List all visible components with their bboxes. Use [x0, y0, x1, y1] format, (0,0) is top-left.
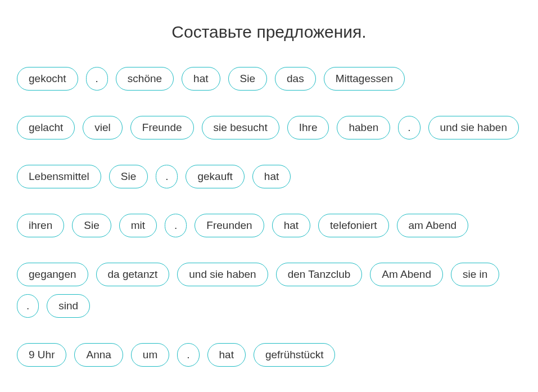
word-chip[interactable]: .	[156, 165, 178, 188]
word-chip[interactable]: .	[398, 116, 420, 139]
word-chip[interactable]: hat	[252, 165, 291, 188]
word-chip[interactable]: .	[177, 343, 199, 367]
word-chip[interactable]: .	[86, 67, 108, 91]
sentence-group: LebensmittelSie.gekaufthat	[17, 165, 521, 188]
groups-container: gekocht.schönehatSiedasMittagessengelach…	[17, 67, 521, 367]
word-chip[interactable]: telefoniert	[318, 214, 388, 237]
word-chip[interactable]: gegangen	[17, 263, 88, 286]
word-chip[interactable]: Sie	[72, 214, 111, 237]
word-chip[interactable]: gekocht	[17, 67, 78, 91]
word-chip[interactable]: Lebensmittel	[17, 165, 101, 188]
word-chip[interactable]: um	[131, 343, 169, 367]
word-chip[interactable]: Freunde	[130, 116, 194, 139]
word-chip[interactable]: am Abend	[397, 214, 469, 237]
word-chip[interactable]: Sie	[109, 165, 148, 188]
word-chip[interactable]: Ihre	[287, 116, 329, 139]
word-chip[interactable]: Am Abend	[370, 263, 443, 286]
word-chip[interactable]: gekauft	[186, 165, 244, 188]
word-chip[interactable]: Anna	[74, 343, 123, 367]
word-chip[interactable]: Sie	[228, 67, 267, 91]
word-chip[interactable]: haben	[337, 116, 390, 139]
sentence-group: ihrenSiemit.Freundenhattelefoniertam Abe…	[17, 214, 521, 237]
word-chip[interactable]: 9 Uhr	[17, 343, 66, 367]
word-chip[interactable]: und sie haben	[428, 116, 519, 139]
word-chip[interactable]: sind	[47, 294, 90, 318]
word-chip[interactable]: mit	[119, 214, 157, 237]
word-chip[interactable]: den Tanzclub	[276, 263, 363, 286]
word-chip[interactable]: schöne	[116, 67, 174, 91]
word-chip[interactable]: Mittagessen	[324, 67, 405, 91]
word-chip[interactable]: viel	[83, 116, 123, 139]
word-chip[interactable]: .	[165, 214, 187, 237]
word-chip[interactable]: ihren	[17, 214, 64, 237]
sentence-group: gelachtvielFreundesie besuchtIhrehaben.u…	[17, 116, 521, 139]
word-chip[interactable]: gelacht	[17, 116, 75, 139]
word-chip[interactable]: gefrühstückt	[254, 343, 336, 367]
word-chip[interactable]: sie in	[451, 263, 499, 286]
page-title: Составьте предложения.	[17, 22, 521, 42]
word-chip[interactable]: hat	[182, 67, 220, 91]
word-chip[interactable]: und sie haben	[177, 263, 268, 286]
word-chip[interactable]: Freunden	[195, 214, 264, 237]
word-chip[interactable]: das	[275, 67, 316, 91]
sentence-group: gekocht.schönehatSiedasMittagessen	[17, 67, 521, 91]
word-chip[interactable]: hat	[207, 343, 246, 367]
word-chip[interactable]: hat	[272, 214, 310, 237]
sentence-group: gegangenda getanztund sie habenden Tanzc…	[17, 263, 521, 318]
sentence-group: 9 UhrAnnaum.hatgefrühstückt	[17, 343, 521, 367]
word-chip[interactable]: .	[17, 294, 39, 318]
word-chip[interactable]: sie besucht	[202, 116, 279, 139]
word-chip[interactable]: da getanzt	[96, 263, 170, 286]
